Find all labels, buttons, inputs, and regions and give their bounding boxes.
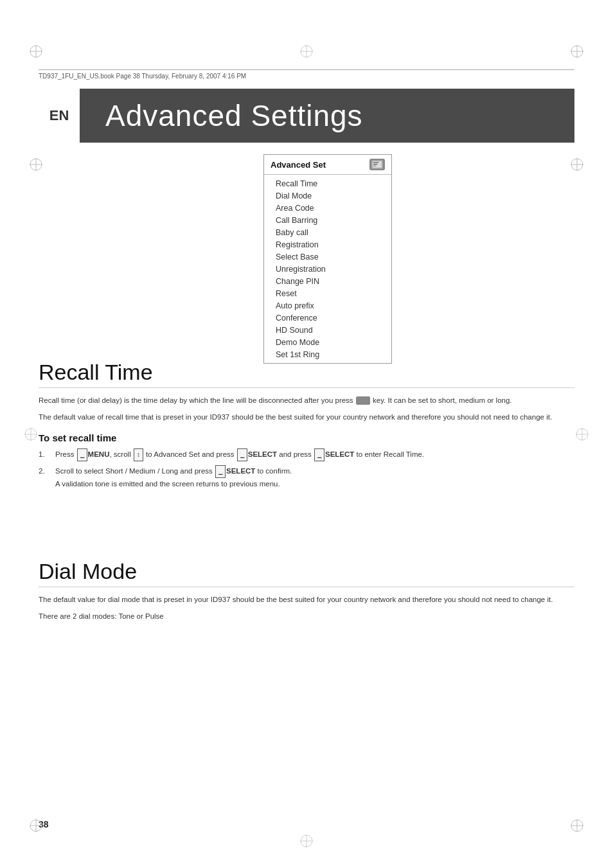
menu-item-unregistration[interactable]: Unregistration [264, 263, 391, 275]
corner-reg-bottom-left [28, 818, 44, 833]
lang-badge: EN [39, 89, 80, 143]
step-1-num: 1. [39, 448, 50, 461]
select-label-1: SELECT [248, 450, 277, 458]
select-label-3: SELECT [226, 467, 255, 475]
step-2-num: 2. [39, 465, 50, 490]
menu-item-conference[interactable]: Conference [264, 312, 391, 324]
menu-item-select-base[interactable]: Select Base [264, 251, 391, 263]
dial-mode-body2: There are 2 dial modes: Tone or Pulse [39, 610, 574, 622]
dial-mode-title: Dial Mode [39, 559, 574, 587]
menu-item-recall-time[interactable]: Recall Time [264, 177, 391, 190]
recall-time-body1-end: It can be set to short, medium or long. [387, 396, 511, 404]
corner-reg-top-center [299, 44, 314, 59]
svg-rect-14 [373, 162, 378, 163]
menu-item-hd-sound[interactable]: HD Sound [264, 324, 391, 336]
menu-item-area-code[interactable]: Area Code [264, 202, 391, 214]
menu-icon [369, 159, 385, 170]
step-2-body: Scroll to select Short / Medium / Long a… [55, 465, 574, 490]
menu-item-call-barring[interactable]: Call Barring [264, 214, 391, 226]
page-title: Advanced Settings [105, 98, 363, 133]
end-key-icon [356, 396, 370, 405]
step-2: 2. Scroll to select Short / Medium / Lon… [39, 465, 574, 490]
corner-reg-mid-right [569, 157, 585, 172]
menu-item-dial-mode[interactable]: Dial Mode [264, 190, 391, 202]
recall-time-section: Recall Time Recall time (or dial delay) … [39, 360, 574, 493]
menu-button: ⎯ [77, 448, 87, 461]
menu-item-baby-call[interactable]: Baby call [264, 226, 391, 238]
corner-reg-bottom-right [569, 818, 585, 833]
corner-reg-bottom-center [299, 833, 314, 849]
menu-box-header: Advanced Set [264, 155, 391, 175]
steps-list: 1. Press ⎯MENU, scroll ↕ to Advanced Set… [39, 448, 574, 490]
header-banner: EN Advanced Settings [39, 89, 574, 143]
recall-time-subsection: To set recall time [39, 432, 574, 443]
menu-item-set-1st-ring[interactable]: Set 1st Ring [264, 348, 391, 360]
corner-reg-top-left [28, 44, 44, 59]
menu-box: Advanced Set Recall Time Dial Mode Area … [263, 154, 392, 364]
menu-title: Advanced Set [271, 160, 326, 170]
recall-time-body1-text: Recall time (or dial delay) is the time … [39, 396, 353, 404]
step-1: 1. Press ⎯MENU, scroll ↕ to Advanced Set… [39, 448, 574, 461]
menu-item-reset[interactable]: Reset [264, 287, 391, 299]
select-button-1: ⎯ [237, 448, 247, 461]
scroll-button: ↕ [134, 448, 143, 461]
dial-mode-section: Dial Mode The default value for dial mod… [39, 559, 574, 628]
step-1-body: Press ⎯MENU, scroll ↕ to Advanced Set an… [55, 448, 574, 461]
select-button-3: ⎯ [215, 465, 226, 478]
recall-time-body2: The default value of recall time that is… [39, 411, 574, 423]
recall-time-body1-key: key. [373, 396, 386, 404]
menu-item-registration[interactable]: Registration [264, 238, 391, 251]
svg-rect-16 [373, 166, 376, 166]
corner-reg-top-right [569, 44, 585, 59]
recall-time-body1: Recall time (or dial delay) is the time … [39, 394, 574, 406]
press-label: Press [55, 450, 76, 458]
metadata-bar: TD937_1FU_EN_US.book Page 38 Thursday, F… [39, 69, 574, 80]
select-button-2: ⎯ [314, 448, 324, 461]
corner-reg-right-center [574, 427, 590, 442]
corner-reg-mid-left [28, 157, 44, 172]
select-label-2: SELECT [325, 450, 354, 458]
menu-item-change-pin[interactable]: Change PIN [264, 275, 391, 287]
menu-list: Recall Time Dial Mode Area Code Call Bar… [264, 175, 391, 363]
file-info: TD937_1FU_EN_US.book Page 38 Thursday, F… [39, 73, 246, 80]
menu-item-auto-prefix[interactable]: Auto prefix [264, 299, 391, 312]
menu-item-demo-mode[interactable]: Demo Mode [264, 336, 391, 348]
dial-mode-body1: The default value for dial mode that is … [39, 594, 574, 605]
corner-reg-left-center [23, 427, 39, 442]
svg-rect-15 [373, 164, 377, 165]
menu-label: MENU [88, 450, 110, 458]
recall-time-title: Recall Time [39, 360, 574, 388]
